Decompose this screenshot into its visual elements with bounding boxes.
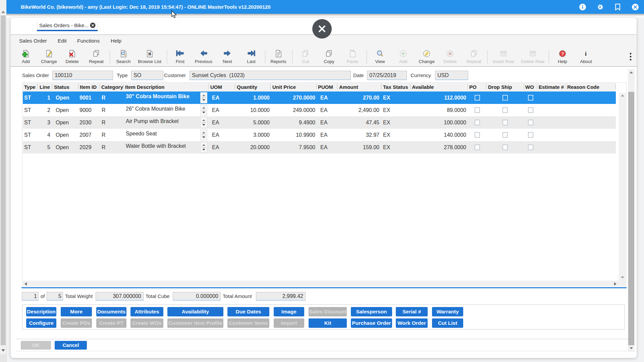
svg-text:B: B [148,51,151,56]
svg-text:?: ? [561,51,564,56]
svg-text:i: i [585,51,587,57]
